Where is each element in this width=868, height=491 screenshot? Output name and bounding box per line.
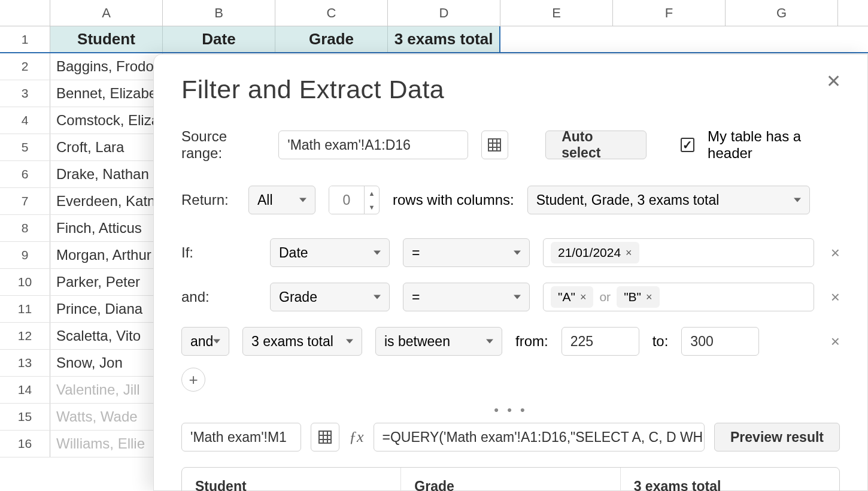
value-chip[interactable]: "B"× bbox=[617, 286, 659, 308]
range-picker-icon[interactable] bbox=[481, 131, 508, 159]
row-header[interactable]: 4 bbox=[0, 107, 50, 134]
row-header[interactable]: 9 bbox=[0, 242, 50, 268]
destination-input[interactable]: 'Math exam'!M1 bbox=[181, 423, 301, 451]
has-header-label: My table has a header bbox=[708, 128, 840, 162]
cond2-value-input[interactable]: "A"× or "B"× bbox=[543, 283, 814, 311]
row-header-1[interactable]: 1 bbox=[0, 26, 50, 52]
cond1-value-input[interactable]: 21/01/2024× bbox=[543, 238, 814, 267]
chip-remove-icon[interactable]: × bbox=[646, 291, 652, 304]
row-header[interactable]: 11 bbox=[0, 296, 50, 322]
col-header-c[interactable]: C bbox=[275, 0, 388, 26]
result-col-student: Student bbox=[182, 468, 401, 491]
row-header[interactable]: 3 bbox=[0, 80, 50, 107]
cell[interactable]: Comstock, Elizabeth bbox=[50, 107, 163, 134]
cell[interactable]: Parker, Peter bbox=[50, 269, 163, 295]
return-scope-select[interactable]: All bbox=[248, 186, 315, 214]
cond1-field-select[interactable]: Date bbox=[270, 238, 390, 267]
filter-extract-panel: Filter and Extract Data ✕ Source range: … bbox=[153, 54, 868, 491]
cell[interactable]: Everdeen, Katniss bbox=[50, 188, 163, 214]
value-chip[interactable]: 21/01/2024× bbox=[551, 242, 639, 263]
cond1-op-select[interactable]: = bbox=[403, 238, 530, 267]
cell-b1[interactable]: Date bbox=[163, 26, 275, 52]
col-header-a[interactable]: A bbox=[50, 0, 163, 26]
return-count-stepper[interactable]: ▲▼ bbox=[329, 186, 380, 214]
cell[interactable]: Watts, Wade bbox=[50, 404, 163, 430]
svg-rect-5 bbox=[319, 431, 331, 443]
cell[interactable]: Scaletta, Vito bbox=[50, 323, 163, 349]
cond3-field-select[interactable]: 3 exams total bbox=[242, 327, 362, 356]
row-header[interactable]: 6 bbox=[0, 161, 50, 187]
remove-condition-icon[interactable]: × bbox=[831, 244, 840, 262]
return-label: Return: bbox=[181, 192, 235, 208]
col-header-d[interactable]: D bbox=[388, 0, 500, 26]
cond2-field-select[interactable]: Grade bbox=[270, 283, 390, 311]
cell-d1[interactable]: 3 exams total bbox=[388, 26, 500, 52]
close-icon[interactable]: ✕ bbox=[826, 72, 841, 90]
cell[interactable]: Morgan, Arthur bbox=[50, 242, 163, 268]
if-label: If: bbox=[181, 244, 235, 261]
from-label: from: bbox=[515, 333, 548, 350]
cell[interactable]: Croft, Lara bbox=[50, 134, 163, 160]
panel-title: Filter and Extract Data bbox=[181, 75, 840, 104]
add-condition-button[interactable]: + bbox=[181, 368, 205, 392]
source-range-label: Source range: bbox=[181, 128, 265, 162]
select-all-corner[interactable] bbox=[0, 0, 50, 26]
cell[interactable]: Bennet, Elizabeth bbox=[50, 80, 163, 107]
fx-icon: ƒx bbox=[349, 428, 364, 446]
auto-select-button[interactable]: Auto select bbox=[545, 131, 647, 159]
cell[interactable]: Williams, Ellie bbox=[50, 431, 163, 457]
cell[interactable]: Drake, Nathan bbox=[50, 161, 163, 187]
remove-condition-icon[interactable]: × bbox=[831, 332, 840, 351]
row-header[interactable]: 13 bbox=[0, 350, 50, 376]
cell[interactable]: Prince, Diana bbox=[50, 296, 163, 322]
chip-remove-icon[interactable]: × bbox=[580, 291, 587, 304]
row-header[interactable]: 5 bbox=[0, 134, 50, 160]
stepper-down-icon[interactable]: ▼ bbox=[365, 200, 379, 214]
row-header[interactable]: 8 bbox=[0, 215, 50, 241]
col-header-f[interactable]: F bbox=[613, 0, 726, 26]
cell[interactable]: Finch, Atticus bbox=[50, 215, 163, 241]
row-header[interactable]: 2 bbox=[0, 53, 50, 80]
rows-with-columns-label: rows with columns: bbox=[393, 192, 514, 208]
return-count-input[interactable] bbox=[329, 186, 364, 214]
table-row: 1 Student Date Grade 3 exams total bbox=[0, 26, 868, 53]
cond2-op-select[interactable]: = bbox=[403, 283, 530, 311]
row-header[interactable]: 16 bbox=[0, 431, 50, 457]
result-col-grade: Grade bbox=[401, 468, 620, 491]
result-preview-header: Student Grade 3 exams total bbox=[181, 467, 840, 491]
cell-c1[interactable]: Grade bbox=[275, 26, 388, 52]
row-header[interactable]: 14 bbox=[0, 377, 50, 403]
source-range-input[interactable]: 'Math exam'!A1:D16 bbox=[278, 131, 468, 159]
row-header[interactable]: 10 bbox=[0, 269, 50, 295]
cond3-op-select[interactable]: is between bbox=[375, 327, 502, 356]
cell-a1[interactable]: Student bbox=[50, 26, 163, 52]
range-picker-icon[interactable] bbox=[311, 423, 339, 451]
drag-handle-icon[interactable]: • • • bbox=[181, 402, 840, 418]
cell[interactable]: Baggins, Frodo bbox=[50, 53, 163, 80]
value-chip[interactable]: "A"× bbox=[551, 286, 593, 308]
cell[interactable]: Snow, Jon bbox=[50, 350, 163, 376]
result-col-total: 3 exams total bbox=[621, 468, 839, 491]
row-header[interactable]: 7 bbox=[0, 188, 50, 214]
svg-rect-0 bbox=[488, 139, 500, 151]
has-header-checkbox[interactable] bbox=[681, 138, 694, 152]
col-header-b[interactable]: B bbox=[163, 0, 275, 26]
to-label: to: bbox=[652, 333, 669, 350]
row-header[interactable]: 12 bbox=[0, 323, 50, 349]
row-header[interactable]: 15 bbox=[0, 404, 50, 430]
cond3-from-input[interactable]: 225 bbox=[562, 327, 639, 356]
cond3-conj-select[interactable]: and bbox=[181, 327, 229, 356]
formula-input[interactable]: =QUERY('Math exam'!A1:D16,"SELECT A, C, … bbox=[374, 423, 705, 451]
preview-result-button[interactable]: Preview result bbox=[714, 423, 840, 451]
column-header-row: A B C D E F G bbox=[0, 0, 868, 26]
cell[interactable]: Valentine, Jill bbox=[50, 377, 163, 403]
col-header-e[interactable]: E bbox=[500, 0, 613, 26]
columns-select[interactable]: Student, Grade, 3 exams total bbox=[527, 186, 810, 214]
or-separator: or bbox=[599, 290, 611, 304]
and-label: and: bbox=[181, 289, 235, 305]
stepper-up-icon[interactable]: ▲ bbox=[365, 186, 379, 200]
chip-remove-icon[interactable]: × bbox=[626, 247, 632, 259]
col-header-g[interactable]: G bbox=[726, 0, 838, 26]
cond3-to-input[interactable]: 300 bbox=[681, 327, 759, 356]
remove-condition-icon[interactable]: × bbox=[831, 288, 840, 307]
